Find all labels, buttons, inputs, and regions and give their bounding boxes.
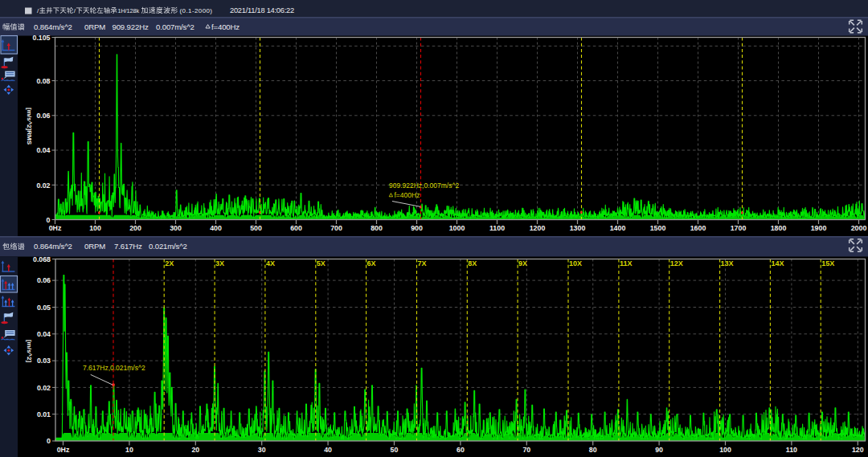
svg-text:0RPM: 0RPM <box>84 242 105 251</box>
svg-text:1400: 1400 <box>610 224 626 232</box>
svg-text:70: 70 <box>522 446 530 454</box>
svg-text:11X: 11X <box>620 259 633 267</box>
svg-text:[m/s^2]: [m/s^2] <box>26 340 33 363</box>
svg-text:1900: 1900 <box>811 224 827 232</box>
svg-text:300: 300 <box>170 224 182 232</box>
svg-text:6X: 6X <box>367 259 376 267</box>
svg-text:2000: 2000 <box>851 224 867 232</box>
svg-text:0RPM: 0RPM <box>84 22 105 31</box>
svg-text:120: 120 <box>852 446 864 454</box>
svg-text:1600: 1600 <box>690 224 706 232</box>
svg-text:700: 700 <box>330 224 342 232</box>
svg-text:909.922Hz,0.007m/s^2: 909.922Hz,0.007m/s^2 <box>389 182 459 190</box>
svg-text:909.922Hz: 909.922Hz <box>113 22 149 31</box>
svg-text:f=400Hz: f=400Hz <box>395 191 420 199</box>
svg-text:400: 400 <box>210 224 222 232</box>
svg-text:0.105: 0.105 <box>32 34 50 42</box>
svg-text:0.01: 0.01 <box>37 410 51 418</box>
svg-text:7X: 7X <box>418 259 427 267</box>
svg-text:0.864m/s^2: 0.864m/s^2 <box>34 22 72 31</box>
svg-text:0: 0 <box>47 216 51 224</box>
svg-text:7.617Hz,0.021m/s^2: 7.617Hz,0.021m/s^2 <box>83 364 145 372</box>
svg-text:0Hz: 0Hz <box>57 446 70 454</box>
svg-text:800: 800 <box>371 224 383 232</box>
svg-text:0.02: 0.02 <box>36 182 50 190</box>
svg-text:90: 90 <box>655 446 663 454</box>
svg-text:14X: 14X <box>771 259 784 267</box>
svg-text:(0.1-2000): (0.1-2000) <box>180 7 213 14</box>
svg-text:[m/s^2]RMS: [m/s^2]RMS <box>26 108 33 145</box>
svg-text:1000: 1000 <box>449 224 465 232</box>
svg-text:600: 600 <box>290 224 302 232</box>
svg-text:2X: 2X <box>165 259 174 267</box>
svg-text:200: 200 <box>129 224 141 232</box>
svg-text:9X: 9X <box>518 259 527 267</box>
svg-text:500: 500 <box>250 224 262 232</box>
svg-text:110: 110 <box>786 446 797 454</box>
svg-text:40: 40 <box>324 446 332 454</box>
svg-text:3X: 3X <box>215 259 224 267</box>
svg-text:0.02: 0.02 <box>37 384 51 392</box>
svg-text:1800: 1800 <box>771 224 787 232</box>
svg-text:0.007m/s^2: 0.007m/s^2 <box>156 22 194 31</box>
svg-text:60: 60 <box>457 446 465 454</box>
svg-text:20: 20 <box>191 446 199 454</box>
svg-text:1500: 1500 <box>650 224 666 232</box>
svg-text:13X: 13X <box>721 259 734 267</box>
svg-text:0Hz: 0Hz <box>49 224 62 232</box>
svg-text:15X: 15X <box>821 259 834 267</box>
svg-text:10X: 10X <box>569 259 582 267</box>
svg-text:0.04: 0.04 <box>36 146 50 154</box>
svg-text:0.03: 0.03 <box>37 357 51 365</box>
svg-text:0.08: 0.08 <box>36 77 50 85</box>
svg-text:1300: 1300 <box>570 224 586 232</box>
svg-text:1100: 1100 <box>489 224 505 232</box>
svg-text:0.864m/s^2: 0.864m/s^2 <box>34 242 72 251</box>
svg-text:f=400Hz: f=400Hz <box>211 22 240 31</box>
svg-text:12X: 12X <box>670 259 683 267</box>
svg-text:0.021m/s^2: 0.021m/s^2 <box>149 242 187 251</box>
svg-text:1700: 1700 <box>731 224 747 232</box>
svg-text:2021/11/18 14:06:22: 2021/11/18 14:06:22 <box>230 6 294 14</box>
svg-text:900: 900 <box>411 224 423 232</box>
svg-text:0: 0 <box>47 437 51 445</box>
svg-text:4X: 4X <box>266 259 275 267</box>
svg-text:30: 30 <box>258 446 266 454</box>
svg-text:1H/128k: 1H/128k <box>117 7 139 14</box>
svg-text:50: 50 <box>391 446 399 454</box>
svg-text:7.617Hz: 7.617Hz <box>114 242 142 251</box>
svg-text:1200: 1200 <box>530 224 546 232</box>
svg-text:0.04: 0.04 <box>37 330 51 338</box>
svg-text:100: 100 <box>89 224 101 232</box>
svg-text:0.068: 0.068 <box>33 255 51 263</box>
svg-text:100: 100 <box>719 446 731 454</box>
svg-text:0.06: 0.06 <box>37 276 51 284</box>
svg-text:8X: 8X <box>468 259 477 267</box>
svg-text:80: 80 <box>589 446 597 454</box>
svg-text:0.05: 0.05 <box>37 304 51 312</box>
svg-text:10: 10 <box>125 446 133 454</box>
svg-text:0.06: 0.06 <box>36 112 50 120</box>
svg-text:5X: 5X <box>317 259 326 267</box>
